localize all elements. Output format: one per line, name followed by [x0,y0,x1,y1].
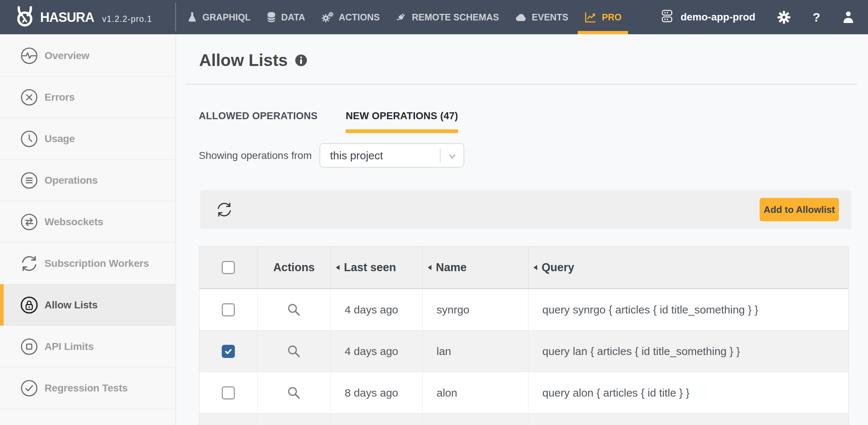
hasura-logo-icon[interactable] [16,6,34,29]
row-actions-cell [257,372,331,413]
nav-item-label: DATA [281,12,305,23]
info-icon[interactable] [295,54,307,66]
row-checkbox[interactable] [222,386,235,399]
sidebar-item-label: Overview [44,50,89,62]
table-header: Actions Last seen Name Query [199,247,848,289]
sidebar-item-label: API Limits [44,341,94,352]
magnifier-icon[interactable] [287,344,301,358]
nav-item-label: PRO [602,12,621,23]
row-checkbox-cell [199,372,257,413]
sidebar-item-label: Websockets [44,216,103,228]
filter-label: Showing operations from [199,143,312,168]
sidebar-item-icon [20,255,38,272]
table-row [199,414,848,425]
nav-item[interactable]: ACTIONS [315,0,387,34]
chevron-down-icon [447,151,457,164]
sidebar-item[interactable]: Overview [0,35,175,77]
col-header-last-seen[interactable]: Last seen [331,247,423,288]
nav-item-icon [396,12,407,23]
nav-item[interactable]: PRO [578,0,628,34]
row-query-cell: query alon { articles { id title } } [528,372,848,413]
sidebar-item[interactable]: Operations [0,160,175,201]
sort-icon [336,265,340,270]
nav-item[interactable]: DATA [260,0,312,34]
main-nav: GRAPHIQL DATA ACTIONS REMOTE SCHEMAS EVE… [181,0,628,34]
row-query-cell: query synrgo { articles { id title_somet… [528,289,848,330]
row-checkbox-cell [199,331,257,372]
row-actions-cell [257,289,331,330]
sidebar-item[interactable]: Errors [0,77,175,118]
tab-label: NEW OPERATIONS (47) [346,110,458,121]
magnifier-icon[interactable] [287,303,301,317]
nav-item[interactable]: REMOTE SCHEMAS [389,0,505,34]
nav-item-icon [515,13,527,22]
table-toolbar: Add to Allowlist [200,190,852,229]
sidebar-item-icon [20,338,38,355]
row-last-seen-cell: 8 days ago [331,372,423,413]
add-to-allowlist-button[interactable]: Add to Allowlist [760,198,839,221]
settings-gear-icon[interactable] [777,11,791,24]
col-header-name[interactable]: Name [423,247,528,288]
nav-item-icon [267,12,276,23]
select-divider [440,148,441,163]
row-checkbox-cell [199,289,257,330]
col-header-actions: Actions [257,247,331,288]
sidebar-item[interactable]: Regression Tests [0,367,175,409]
row-actions-cell [257,331,331,372]
sidebar-item-icon [20,213,38,231]
nav-item-label: ACTIONS [339,12,380,23]
sidebar-item[interactable]: Allow Lists [0,284,175,326]
row-query-cell: query lan { articles { id title_somethin… [528,331,848,372]
server-icon [660,9,674,26]
row-last-seen-cell: 4 days ago [331,331,423,372]
operations-table: Actions Last seen Name Query 4 days ago [199,246,849,425]
sidebar-item-label: Errors [44,91,75,103]
row-last-seen-cell [331,414,423,425]
nav-item-icon [187,12,197,23]
refresh-icon[interactable] [216,202,232,218]
project-filter-select[interactable]: this project [319,143,464,168]
row-checkbox[interactable] [222,303,235,316]
sidebar-item[interactable]: API Limits [0,326,175,367]
tab[interactable]: ALLOWED OPERATIONS [199,110,318,133]
table-body: 4 days ago synrgo query synrgo { article… [199,289,848,425]
version-label: v1.2.2-pro.1 [102,14,152,24]
brand: HASURA v1.2.2-pro.1 [40,0,152,34]
project-selector[interactable]: demo-app-prod [660,9,755,26]
select-all-checkbox[interactable] [222,261,235,274]
table-row: 4 days ago synrgo query synrgo { article… [199,289,848,331]
nav-item[interactable]: EVENTS [508,0,575,34]
row-checkbox[interactable] [222,345,235,358]
tab[interactable]: NEW OPERATIONS (47) [346,110,458,133]
col-header-query[interactable]: Query [528,247,848,288]
nav-item-label: GRAPHIQL [202,12,251,23]
sidebar-item-icon [20,379,38,397]
magnifier-icon[interactable] [287,386,301,400]
sidebar-item-icon [20,89,38,106]
nav-item-icon [584,12,597,23]
sidebar: Overview Errors Usage Operations Websock… [0,34,176,425]
page-title-row: Allow Lists [199,50,307,70]
sidebar-item-label: Operations [44,175,98,186]
main-content: Allow Lists ALLOWED OPERATIONS NEW OPERA… [176,34,868,425]
tabs: ALLOWED OPERATIONS NEW OPERATIONS (47) [199,110,458,133]
sidebar-item[interactable]: Subscription Workers [0,243,175,284]
row-name-cell: lan [423,331,528,372]
header-right: demo-app-prod ? [660,0,868,34]
row-checkbox-cell [199,414,257,425]
sidebar-item[interactable]: Usage [0,118,175,160]
table-row: 8 days ago alon query alon { articles { … [199,372,848,414]
select-value: this project [330,149,383,162]
nav-item[interactable]: GRAPHIQL [181,0,257,34]
sidebar-item-label: Subscription Workers [44,258,149,269]
help-icon[interactable]: ? [813,10,820,24]
sidebar-item[interactable]: Websockets [0,201,175,243]
sidebar-item-icon [20,172,38,189]
user-icon[interactable] [842,11,855,24]
sort-icon [428,265,431,270]
row-query-cell [528,414,848,425]
sidebar-item-icon [20,296,38,314]
sidebar-item-icon [20,130,38,148]
row-name-cell: synrgo [423,289,528,330]
sidebar-item-label: Regression Tests [44,382,128,394]
